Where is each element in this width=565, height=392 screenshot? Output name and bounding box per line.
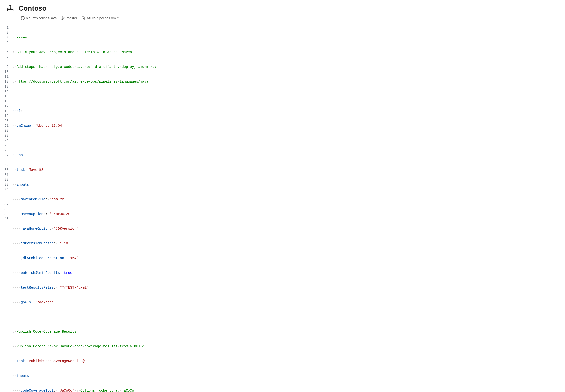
line-number: 22 bbox=[4, 128, 9, 133]
line-number: 4 bbox=[4, 40, 9, 45]
code-line bbox=[11, 138, 565, 143]
line-number: 34 bbox=[4, 187, 9, 192]
line-number: 3 bbox=[4, 35, 9, 40]
line-number: 37 bbox=[4, 202, 9, 207]
breadcrumb-repo-text: nigurr/pipelines-java bbox=[26, 16, 57, 20]
line-number: 23 bbox=[4, 133, 9, 138]
code-line bbox=[11, 94, 565, 99]
line-number: 8 bbox=[4, 60, 9, 65]
editor-code-area[interactable]: # Maven #·Build·your·Java·projects·and·r… bbox=[11, 24, 565, 392]
line-number: 26 bbox=[4, 148, 9, 153]
app-title: Contoso bbox=[19, 4, 47, 12]
code-line: ··inputs: bbox=[11, 182, 565, 187]
line-number: 10 bbox=[4, 69, 9, 74]
line-number: 35 bbox=[4, 192, 9, 197]
code-line: ····codeCoverageTool:·'JaCoCo'·#·Options… bbox=[11, 388, 565, 392]
breadcrumb: nigurr/pipelines-java master azure-pipel… bbox=[0, 15, 565, 24]
header-bar: Contoso bbox=[0, 0, 565, 15]
line-number: 27 bbox=[4, 153, 9, 158]
line-number: 28 bbox=[4, 158, 9, 163]
breadcrumb-repo[interactable]: nigurr/pipelines-java bbox=[21, 16, 57, 20]
line-number: 32 bbox=[4, 177, 9, 182]
line-number: 13 bbox=[4, 84, 9, 89]
line-number: 36 bbox=[4, 197, 9, 202]
code-line: #·Build·your·Java·projects·and·run·tests… bbox=[11, 50, 565, 55]
line-number: 6 bbox=[4, 50, 9, 55]
line-number: 19 bbox=[4, 113, 9, 118]
line-number: 14 bbox=[4, 89, 9, 94]
breadcrumb-branch-text: master bbox=[67, 16, 77, 20]
file-icon bbox=[81, 16, 85, 20]
code-line: ····testResultsFiles:·'**/TEST-*.xml' bbox=[11, 285, 565, 290]
github-icon bbox=[21, 16, 25, 20]
code-line: steps: bbox=[11, 153, 565, 158]
code-line: ····jdkVersionOption:·'1.10' bbox=[11, 241, 565, 246]
line-number: 17 bbox=[4, 104, 9, 109]
line-number: 40 bbox=[4, 216, 9, 221]
code-line: ····mavenOptions:·'-Xmx3072m' bbox=[11, 211, 565, 216]
app-icon bbox=[6, 4, 15, 13]
code-line: #·Publish·Cobertura·or·JaCoCo·code·cover… bbox=[11, 344, 565, 349]
editor-gutter: 1234567891011121314151617181920212223242… bbox=[0, 24, 11, 392]
code-line: -·task:·Maven@3 bbox=[11, 168, 565, 172]
breadcrumb-file[interactable]: azure-pipelines.yml * bbox=[81, 16, 119, 20]
line-number: 31 bbox=[4, 172, 9, 177]
svg-point-0 bbox=[62, 17, 63, 18]
line-number: 15 bbox=[4, 94, 9, 99]
breadcrumb-file-text: azure-pipelines.yml * bbox=[87, 16, 119, 20]
code-line: ····publishJUnitResults:·true bbox=[11, 270, 565, 275]
code-line: ····goals:·'package' bbox=[11, 300, 565, 305]
svg-point-2 bbox=[64, 17, 65, 18]
line-number: 1 bbox=[4, 25, 9, 30]
code-line: ··inputs: bbox=[11, 373, 565, 378]
line-number: 24 bbox=[4, 138, 9, 143]
breadcrumb-branch[interactable]: master bbox=[61, 16, 77, 20]
line-number: 29 bbox=[4, 163, 9, 168]
line-number: 11 bbox=[4, 74, 9, 79]
line-number: 16 bbox=[4, 99, 9, 104]
line-number: 25 bbox=[4, 143, 9, 148]
code-editor[interactable]: 1234567891011121314151617181920212223242… bbox=[0, 24, 565, 392]
line-number: 18 bbox=[4, 109, 9, 113]
line-number: 38 bbox=[4, 207, 9, 211]
line-number: 20 bbox=[4, 118, 9, 123]
code-line: ··vmImage:·'Ubuntu 16.04' bbox=[11, 123, 565, 128]
line-number: 7 bbox=[4, 55, 9, 60]
line-number: 33 bbox=[4, 182, 9, 187]
code-line: #·Publish·Code·Coverage·Results bbox=[11, 329, 565, 334]
code-line: ····javaHomeOption:·'JDKVersion' bbox=[11, 226, 565, 231]
line-number: 5 bbox=[4, 45, 9, 50]
code-line: -·task:·PublishCodeCoverageResults@1 bbox=[11, 359, 565, 364]
code-line: # Maven bbox=[11, 35, 565, 40]
code-line bbox=[11, 315, 565, 320]
code-line: ····mavenPomFile:·'pom.xml' bbox=[11, 197, 565, 202]
line-number: 9 bbox=[4, 65, 9, 69]
line-number: 39 bbox=[4, 211, 9, 216]
line-number: 12 bbox=[4, 79, 9, 84]
line-number: 21 bbox=[4, 123, 9, 128]
code-line: #·https://docs.microsoft.com/azure/devop… bbox=[11, 79, 565, 84]
line-number: 2 bbox=[4, 30, 9, 35]
branch-icon bbox=[61, 16, 65, 20]
code-line: pool: bbox=[11, 109, 565, 113]
line-number: 30 bbox=[4, 168, 9, 172]
code-line: #·Add·steps·that·analyze·code,·save·buil… bbox=[11, 65, 565, 69]
code-line: ····jdkArchitectureOption:·'x64' bbox=[11, 256, 565, 261]
